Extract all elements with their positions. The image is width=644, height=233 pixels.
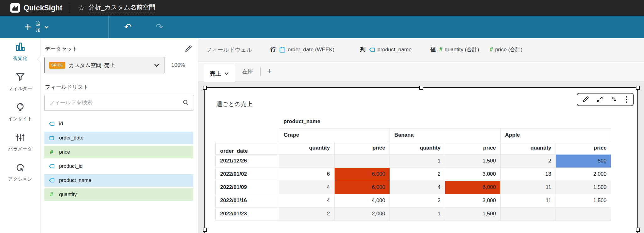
sidebar-item-actions[interactable]: アクション xyxy=(0,163,40,186)
measure-hash-icon: # xyxy=(490,46,493,53)
pivot-cell[interactable]: 500 xyxy=(556,154,611,168)
visual-menu-kebab-icon[interactable] xyxy=(625,96,628,103)
pivot-row-dimension-label: order_date xyxy=(216,142,279,154)
pivot-row-label: 2022/01/09 xyxy=(216,181,279,194)
pivot-subheader-price[interactable]: price xyxy=(335,142,390,154)
pivot-cell[interactable]: 2 xyxy=(279,207,335,220)
resize-handle-top-left[interactable] xyxy=(203,86,207,90)
well-rows-field: order_date (WEEK) xyxy=(288,47,334,53)
pivot-cell[interactable]: 11 xyxy=(501,194,556,207)
resize-handle-mid-right[interactable] xyxy=(636,228,640,232)
field-item-product_id[interactable]: product_id xyxy=(44,160,193,173)
pivot-cell[interactable]: 2,000 xyxy=(556,168,611,181)
sidebar-item-insights[interactable]: インサイト xyxy=(0,102,40,126)
dataset-selector[interactable]: SPICE カスタム空間_売上 xyxy=(44,57,164,73)
pivot-row-label: 2022/01/02 xyxy=(216,168,279,181)
pivot-cell[interactable]: 1,500 xyxy=(445,207,501,220)
visual-title[interactable]: 週ごとの売上 xyxy=(216,100,253,108)
chevron-down-icon[interactable] xyxy=(224,71,229,76)
pivot-cell[interactable]: 1,500 xyxy=(445,154,501,168)
edit-dataset-pencil-icon[interactable] xyxy=(185,45,192,53)
resize-handle-mid-left[interactable] xyxy=(203,228,207,232)
pivot-cell[interactable] xyxy=(501,207,556,220)
field-item-price[interactable]: # price xyxy=(44,146,193,158)
pivot-cell[interactable]: 2 xyxy=(501,154,556,168)
field-item-product_name[interactable]: product_name xyxy=(44,174,193,187)
well-rows[interactable]: 行 order_date (WEEK) xyxy=(270,46,334,53)
pivot-cell[interactable]: 1,500 xyxy=(556,181,611,194)
pivot-cell[interactable]: 3,000 xyxy=(445,168,501,181)
pivot-subheader-price[interactable]: price xyxy=(445,142,501,154)
tab-inventory[interactable]: 在庫 xyxy=(235,68,260,75)
pivot-corner-blank xyxy=(216,115,279,128)
pivot-cell[interactable]: 6,000 xyxy=(335,168,390,181)
pivot-row: 2022/01/2322,00011,500 xyxy=(216,207,611,220)
pivot-subheader-quantity[interactable]: quantity xyxy=(279,142,335,154)
quicksight-logo-icon[interactable] xyxy=(10,3,20,13)
pivot-cell[interactable] xyxy=(279,154,335,168)
pivot-cell[interactable]: 13 xyxy=(501,168,556,181)
pivot-cell[interactable]: 1,500 xyxy=(556,194,611,207)
tab-sales[interactable]: 売上 xyxy=(204,65,235,82)
dimension-icon xyxy=(48,178,55,183)
pivot-cell[interactable]: 4 xyxy=(279,194,335,207)
pivot-cell[interactable]: 6 xyxy=(279,168,335,181)
star-icon[interactable]: ☆ xyxy=(78,4,85,12)
redo-icon[interactable]: ↷ xyxy=(156,23,163,31)
pivot-group-header-Banana[interactable]: Banana xyxy=(390,128,501,142)
maximize-icon[interactable] xyxy=(597,96,603,103)
well-columns[interactable]: 列 product_name xyxy=(360,46,412,53)
pivot-cell[interactable]: 1 xyxy=(390,154,445,168)
pivot-subheader-quantity[interactable]: quantity xyxy=(390,142,445,154)
field-item-id[interactable]: id xyxy=(44,117,193,130)
add-sheet-button[interactable]: + xyxy=(267,67,272,76)
sidebar-item-parameters[interactable]: パラメータ xyxy=(0,133,40,156)
resize-handle-top-center[interactable] xyxy=(419,86,423,90)
sidebar-item-visualize[interactable]: 視覚化 xyxy=(0,42,40,65)
field-name: price xyxy=(59,149,70,155)
dataset-panel: データセット SPICE カスタム空間_売上 100% フィールドリスト xyxy=(40,38,198,233)
pivot-cell[interactable]: 2,000 xyxy=(335,207,390,220)
pivot-cell[interactable]: 11 xyxy=(501,181,556,194)
pivot-cell[interactable]: 6,000 xyxy=(335,181,390,194)
sidebar-item-filter[interactable]: フィルター xyxy=(0,72,40,95)
pivot-subheader-quantity[interactable]: quantity xyxy=(501,142,556,154)
pivot-cell[interactable]: 3,000 xyxy=(445,194,501,207)
resize-handle-top-right[interactable] xyxy=(636,86,640,90)
pivot-group-header-Grape[interactable]: Grape xyxy=(279,128,390,142)
sidebar-item-label: インサイト xyxy=(8,116,32,122)
analysis-title[interactable]: 分析_カスタム名前空間 xyxy=(88,3,155,13)
pivot-subheader-price[interactable]: price xyxy=(556,142,611,154)
pivot-cell[interactable]: 4 xyxy=(279,181,335,194)
pivot-cell[interactable] xyxy=(556,207,611,220)
field-item-quantity[interactable]: # quantity xyxy=(44,188,193,201)
field-wells-bar[interactable]: フィールドウェル 行 order_date (WEEK) 列 xyxy=(198,38,644,61)
pivot-group-header-Apple[interactable]: Apple xyxy=(501,128,611,142)
field-item-order_date[interactable]: order_date xyxy=(44,132,193,144)
calendar-icon xyxy=(279,47,286,53)
add-button[interactable]: + 追加 xyxy=(25,20,49,33)
move-swap-icon[interactable] xyxy=(611,96,617,103)
pivot-row: 2022/01/0946,00046,000111,500 xyxy=(216,181,611,194)
lightbulb-icon xyxy=(15,102,25,113)
pivot-corner-blank xyxy=(216,128,279,142)
field-search-input[interactable] xyxy=(44,95,193,111)
sheet-canvas[interactable]: 週ごとの売上 product_na xyxy=(198,82,644,233)
well-values[interactable]: 値 # quantity (合計) # price (合計) xyxy=(430,46,523,53)
well-value-field-quantity: quantity (合計) xyxy=(445,46,479,53)
calendar-icon xyxy=(48,135,55,140)
pivot-cell[interactable]: 4 xyxy=(390,181,445,194)
pivot-cell[interactable]: 1 xyxy=(390,207,445,220)
pivot-cell[interactable]: 4,000 xyxy=(335,194,390,207)
pivot-cell[interactable]: 2 xyxy=(390,194,445,207)
bar-chart-icon xyxy=(15,42,25,53)
pivot-cell[interactable]: 2 xyxy=(390,168,445,181)
main-area: フィールドウェル 行 order_date (WEEK) 列 xyxy=(198,38,644,233)
pivot-cell[interactable]: 6,000 xyxy=(445,181,501,194)
pivot-table-visual[interactable]: 週ごとの売上 product_na xyxy=(204,87,638,233)
format-visual-pencil-icon[interactable] xyxy=(582,96,589,103)
tab-label: 売上 xyxy=(210,70,221,77)
pivot-cell[interactable] xyxy=(335,154,390,168)
cursor-click-icon xyxy=(15,163,25,174)
undo-icon[interactable]: ↶ xyxy=(124,23,131,31)
